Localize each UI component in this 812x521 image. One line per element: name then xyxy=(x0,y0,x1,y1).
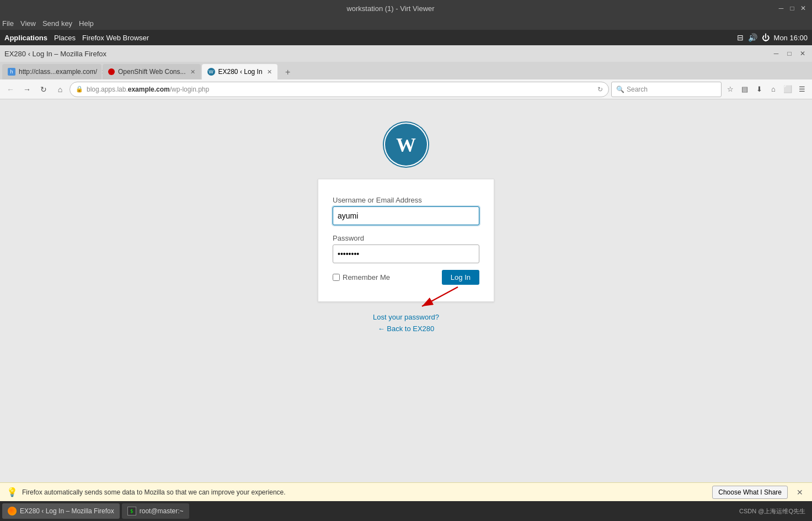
gnome-datetime[interactable]: Mon 16:00 xyxy=(774,34,808,42)
gnome-places[interactable]: Places xyxy=(54,34,76,42)
virt-menu-bar: File View Send key Help xyxy=(0,17,812,30)
firefox-close-btn[interactable]: ✕ xyxy=(798,49,808,59)
svg-text:W: W xyxy=(396,134,416,156)
new-tab-btn[interactable]: + xyxy=(281,65,295,79)
lock-icon: 🔒 xyxy=(76,86,83,93)
taskbar-terminal[interactable]: $ root@master:~ xyxy=(122,503,189,519)
below-card: Lost your password? ← Back to EX280 xyxy=(318,313,494,336)
username-label: Username or Email Address xyxy=(333,196,479,204)
menu-icon[interactable]: ☰ xyxy=(795,83,809,96)
tab2-label: OpenShift Web Cons... xyxy=(118,68,186,76)
firefox-tab-bar: h http://class...example.com/ ✕ OpenShif… xyxy=(0,62,812,79)
virt-window-controls: ─ □ ✕ xyxy=(777,4,808,13)
menu-view[interactable]: View xyxy=(20,19,36,28)
search-bar[interactable]: 🔍 Search xyxy=(611,82,722,97)
remember-me-checkbox[interactable] xyxy=(333,274,340,281)
pocket-icon[interactable]: ⬜ xyxy=(781,83,794,96)
firefox-title-bar: EX280 ‹ Log In – Mozilla Firefox ─ □ ✕ xyxy=(0,45,812,62)
menu-sendkey[interactable]: Send key xyxy=(42,19,72,28)
gnome-top-bar: Applications Places Firefox Web Browser … xyxy=(0,30,812,45)
search-icon: 🔍 xyxy=(616,86,624,93)
home-icon[interactable]: ⌂ xyxy=(767,83,780,96)
taskbar-terminal-label: root@master:~ xyxy=(140,507,184,515)
tab3-label: EX280 ‹ Log In xyxy=(218,68,263,76)
login-card: Username or Email Address Password Remem… xyxy=(318,179,494,302)
gnome-browser[interactable]: Firefox Web Browser xyxy=(82,34,149,42)
lost-password-link[interactable]: Lost your password? xyxy=(318,313,494,321)
gnome-network-icon[interactable]: ⊟ xyxy=(737,33,744,42)
reload-btn[interactable]: ↻ xyxy=(36,82,51,97)
firefox-taskbar-icon xyxy=(8,507,17,515)
username-input[interactable] xyxy=(333,206,479,225)
firefox-content: W Username or Email Address Password Rem… xyxy=(0,99,812,482)
firefox-window-title: EX280 ‹ Log In – Mozilla Firefox xyxy=(4,50,106,58)
login-button[interactable]: Log In xyxy=(442,270,479,285)
reader-view-icon[interactable]: ▤ xyxy=(738,83,751,96)
gnome-right-area: ⊟ 🔊 ⏻ Mon 16:00 xyxy=(737,33,808,42)
download-icon[interactable]: ⬇ xyxy=(752,83,766,96)
virt-viewer-title-bar: workstation (1) - Virt Viewer ─ □ ✕ xyxy=(0,0,812,17)
home-btn[interactable]: ⌂ xyxy=(53,82,67,97)
forward-btn[interactable]: → xyxy=(20,82,34,97)
tab3-close[interactable]: ✕ xyxy=(267,68,272,76)
virt-minimize-btn[interactable]: ─ xyxy=(777,4,786,13)
taskbar-right-text: CSDN @上海运维Q先生 xyxy=(739,507,810,515)
taskbar-branding: CSDN @上海运维Q先生 xyxy=(739,508,805,514)
terminal-taskbar-icon: $ xyxy=(127,507,136,515)
tab-2[interactable]: OpenShift Web Cons... ✕ xyxy=(103,64,201,79)
login-row: Remember Me Log In xyxy=(333,270,479,285)
firefox-title-controls: ─ □ ✕ xyxy=(771,49,808,59)
gnome-left-area: Applications Places Firefox Web Browser xyxy=(4,34,149,42)
taskbar-firefox[interactable]: EX280 ‹ Log In – Mozilla Firefox xyxy=(2,503,120,519)
notification-actions: Choose What I Share ✕ xyxy=(712,486,805,499)
notification-bulb-icon: 💡 xyxy=(7,487,18,497)
tab2-close[interactable]: ✕ xyxy=(190,68,195,76)
menu-help[interactable]: Help xyxy=(79,19,94,28)
tab-1[interactable]: h http://class...example.com/ ✕ xyxy=(2,64,101,79)
password-input[interactable] xyxy=(333,244,479,263)
tab1-favicon: h xyxy=(8,68,15,76)
back-btn[interactable]: ← xyxy=(3,82,18,97)
toolbar-icons: ☆ ▤ ⬇ ⌂ ⬜ ☰ xyxy=(724,83,809,96)
menu-file[interactable]: File xyxy=(2,19,14,28)
virt-viewer-title: workstation (1) - Virt Viewer xyxy=(4,4,777,13)
taskbar: EX280 ‹ Log In – Mozilla Firefox $ root@… xyxy=(0,501,812,521)
reload-icon[interactable]: ↻ xyxy=(597,86,603,93)
notification-message: Firefox automatically sends some data to… xyxy=(22,488,286,496)
firefox-minimize-btn[interactable]: ─ xyxy=(771,49,781,59)
wordpress-logo: W xyxy=(383,121,429,168)
virt-viewer-window: workstation (1) - Virt Viewer ─ □ ✕ File… xyxy=(0,0,812,521)
remember-me-label: Remember Me xyxy=(343,273,390,281)
bookmark-star-icon[interactable]: ☆ xyxy=(724,83,737,96)
gnome-applications[interactable]: Applications xyxy=(4,34,47,42)
taskbar-firefox-label: EX280 ‹ Log In – Mozilla Firefox xyxy=(20,507,114,515)
tab1-label: http://class...example.com/ xyxy=(19,68,97,76)
virt-restore-btn[interactable]: □ xyxy=(788,4,797,13)
firefox-toolbar: ← → ↻ ⌂ 🔒 blog.apps.lab.example.com/wp-l… xyxy=(0,79,812,99)
address-bar[interactable]: 🔒 blog.apps.lab.example.com/wp-login.php… xyxy=(70,82,609,97)
choose-share-btn[interactable]: Choose What I Share xyxy=(712,486,788,499)
virt-close-btn[interactable]: ✕ xyxy=(799,4,808,13)
notification-close-btn[interactable]: ✕ xyxy=(794,487,805,498)
notification-bar: 💡 Firefox automatically sends some data … xyxy=(0,482,812,501)
back-to-ex280-link[interactable]: ← Back to EX280 xyxy=(318,325,494,333)
search-placeholder: Search xyxy=(627,86,648,93)
address-bar-url: blog.apps.lab.example.com/wp-login.php xyxy=(87,86,209,93)
firefox-restore-btn[interactable]: □ xyxy=(784,49,794,59)
gnome-power-icon[interactable]: ⏻ xyxy=(762,33,770,42)
gnome-volume-icon[interactable]: 🔊 xyxy=(748,33,757,42)
tab-3[interactable]: W EX280 ‹ Log In ✕ xyxy=(202,64,277,79)
password-label: Password xyxy=(333,234,479,242)
firefox-window: EX280 ‹ Log In – Mozilla Firefox ─ □ ✕ h… xyxy=(0,45,812,501)
remember-me-row: Remember Me xyxy=(333,273,390,281)
tab2-favicon xyxy=(108,68,115,75)
tab3-favicon: W xyxy=(207,68,215,76)
